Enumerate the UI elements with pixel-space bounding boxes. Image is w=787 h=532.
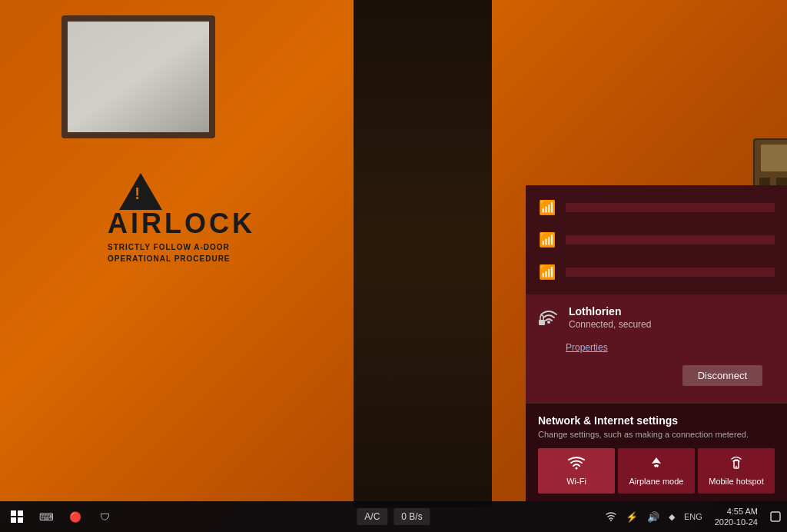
wifi-settings-section: Network & Internet settings Change setti…: [526, 403, 787, 501]
airlock-sign: AIRLOCK STRICTLY FOLLOW A-DOOR OPERATION…: [108, 208, 255, 263]
wifi-connected-section: Lothlorien Connected, secured Properties…: [526, 294, 787, 403]
airlock-subtitle-2: OPERATIONAL PROCEDURE: [108, 254, 255, 263]
wifi-disconnect-button[interactable]: Disconnect: [682, 365, 762, 386]
wifi-network-item-1[interactable]: 📶: [526, 191, 787, 224]
taskbar-language[interactable]: ENG: [681, 510, 706, 523]
taskbar-bluetooth-icon[interactable]: ⚡: [623, 510, 641, 524]
taskbar-left: ⌨ 🔴 🛡: [0, 503, 118, 530]
wifi-properties-link[interactable]: Properties: [538, 339, 775, 359]
airplane-icon: [648, 456, 665, 474]
taskbar-volume-icon[interactable]: 🔊: [644, 510, 662, 524]
wifi-signal-icon-2: 📶: [538, 231, 556, 248]
wifi-connected-header: Lothlorien Connected, secured: [538, 305, 775, 333]
wifi-signal-icon-1: 📶: [538, 199, 556, 216]
svg-rect-0: [539, 320, 545, 325]
language-label: ENG: [684, 512, 702, 521]
wifi-settings-description: Change settings, such as making a connec…: [538, 430, 775, 439]
taskbar-dropbox-icon[interactable]: ◆: [666, 510, 678, 524]
taskbar-app-1[interactable]: ⌨: [32, 503, 60, 530]
door-center-panel: [354, 0, 492, 507]
wifi-toggle-label: Wi-Fi: [566, 477, 586, 486]
network-speed-label: 0 B/s: [401, 511, 422, 522]
ac-label: A/C: [364, 511, 380, 522]
svg-rect-10: [771, 512, 780, 521]
taskbar: ⌨ 🔴 🛡 A/C 0 B/s ⚡ 🔊 ◆ ENG 4:55 AM: [0, 501, 787, 532]
wifi-network-item-3[interactable]: 📶: [526, 256, 787, 288]
keypad-screen: [761, 145, 787, 171]
svg-rect-5: [11, 510, 16, 516]
svg-point-9: [610, 520, 612, 521]
keypad-btn-2: [776, 178, 787, 185]
svg-rect-7: [11, 517, 16, 523]
taskbar-right: ⚡ 🔊 ◆ ENG 4:55 AM 2020-10-24: [603, 506, 784, 528]
date-display: 2020-10-24: [715, 517, 758, 527]
warning-triangle-icon: [119, 173, 162, 210]
wifi-network-name-3: [566, 268, 775, 277]
mobile-hotspot-toggle-label: Mobile hotspot: [709, 477, 764, 486]
wifi-toggle-mobile-hotspot[interactable]: Mobile hotspot: [698, 448, 775, 494]
wifi-connected-info: Lothlorien Connected, secured: [569, 305, 775, 330]
wifi-lock-icon: [538, 307, 560, 333]
door-window: [61, 15, 215, 138]
taskbar-notifications[interactable]: [767, 510, 784, 524]
taskbar-wifi-icon[interactable]: [603, 510, 619, 523]
taskbar-app-3[interactable]: 🛡: [91, 503, 118, 530]
wifi-toggle-buttons: Wi-Fi Airplane mode: [538, 448, 775, 494]
svg-rect-6: [18, 510, 23, 516]
wifi-settings-title[interactable]: Network & Internet settings: [538, 414, 775, 427]
taskbar-app-2[interactable]: 🔴: [61, 503, 89, 530]
taskbar-start-button[interactable]: [3, 503, 31, 530]
airlock-title: AIRLOCK: [108, 208, 255, 240]
mobile-hotspot-icon: [728, 456, 745, 474]
svg-point-4: [736, 466, 737, 467]
wifi-network-name-2: [566, 235, 775, 244]
wifi-connection-status: Connected, secured: [569, 319, 775, 330]
wifi-toggle-wifi[interactable]: Wi-Fi: [538, 448, 615, 494]
wifi-toggle-airplane[interactable]: Airplane mode: [618, 448, 695, 494]
wifi-panel: 📶 📶 📶: [526, 185, 787, 501]
airplane-toggle-label: Airplane mode: [629, 477, 684, 486]
wifi-network-name-1: [566, 203, 775, 212]
wifi-network-list: 📶 📶 📶: [526, 185, 787, 294]
wifi-icon: [568, 456, 585, 474]
svg-rect-8: [18, 517, 23, 523]
wifi-signal-icon-3: 📶: [538, 264, 556, 281]
taskbar-ac-item[interactable]: A/C: [357, 508, 387, 525]
keypad-btn-1: [759, 178, 770, 185]
wifi-ssid: Lothlorien: [569, 305, 775, 318]
svg-point-1: [547, 321, 550, 324]
airlock-subtitle-1: STRICTLY FOLLOW A-DOOR: [108, 243, 255, 251]
taskbar-speed-item: 0 B/s: [394, 508, 430, 525]
taskbar-center: A/C 0 B/s: [357, 508, 430, 525]
svg-point-2: [576, 467, 578, 470]
time-display: 4:55 AM: [715, 506, 758, 517]
taskbar-time[interactable]: 4:55 AM 2020-10-24: [709, 506, 764, 528]
wifi-network-item-2[interactable]: 📶: [526, 224, 787, 256]
